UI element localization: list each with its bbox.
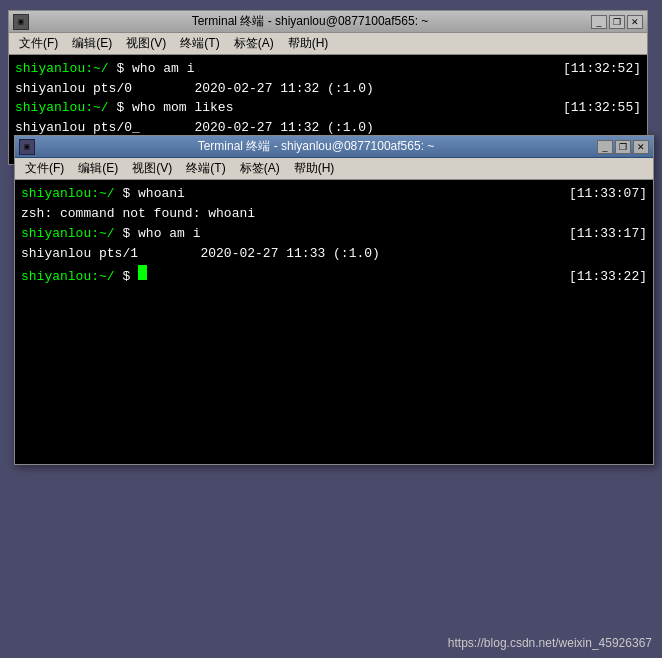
terminal-line-2c: shiyanlou:~/ $ [11:33:22] <box>21 265 647 287</box>
command-1b: who mom likes <box>132 98 233 118</box>
titlebar-1: ▣ Terminal 终端 - shiyanlou@0877100af565: … <box>9 11 647 33</box>
prompt-1b: shiyanlou:~/ <box>15 98 109 118</box>
output-1a: shiyanlou pts/0 2020-02-27 11:32 (:1.0) <box>15 79 641 99</box>
timestamp-2a: [11:33:07] <box>549 184 647 204</box>
titlebar-buttons-2: _ ❐ ✕ <box>597 140 649 154</box>
menu-file-1[interactable]: 文件(F) <box>13 33 64 54</box>
prompt-dollar-2c: $ <box>115 267 138 287</box>
prompt-dollar-1b: $ <box>109 98 132 118</box>
prompt-dollar-2b: $ <box>115 224 138 244</box>
menu-file-2[interactable]: 文件(F) <box>19 158 70 179</box>
menu-tabs-1[interactable]: 标签(A) <box>228 33 280 54</box>
cursor <box>138 265 147 280</box>
prompt-1a: shiyanlou:~/ <box>15 59 109 79</box>
titlebar-title-1: Terminal 终端 - shiyanlou@0877100af565: ~ <box>29 13 591 30</box>
menu-terminal-1[interactable]: 终端(T) <box>174 33 225 54</box>
menu-edit-2[interactable]: 编辑(E) <box>72 158 124 179</box>
menu-view-2[interactable]: 视图(V) <box>126 158 178 179</box>
close-button-1[interactable]: ✕ <box>627 15 643 29</box>
command-1a: who am i <box>132 59 194 79</box>
minimize-button-2[interactable]: _ <box>597 140 613 154</box>
terminal-body-1: shiyanlou:~/ $ who am i [11:32:52] shiya… <box>9 55 647 141</box>
restore-button-1[interactable]: ❐ <box>609 15 625 29</box>
output-2a: zsh: command not found: whoani <box>21 204 647 224</box>
terminal-line-2b: shiyanlou:~/ $ who am i [11:33:17] <box>21 224 647 244</box>
timestamp-1b: [11:32:55] <box>543 98 641 118</box>
output-2b: shiyanlou pts/1 2020-02-27 11:33 (:1.0) <box>21 244 647 264</box>
timestamp-2c: [11:33:22] <box>549 267 647 287</box>
terminal-line-1b: shiyanlou:~/ $ who mom likes [11:32:55] <box>15 98 641 118</box>
menu-terminal-2[interactable]: 终端(T) <box>180 158 231 179</box>
menubar-2: 文件(F) 编辑(E) 视图(V) 终端(T) 标签(A) 帮助(H) <box>15 158 653 180</box>
menu-view-1[interactable]: 视图(V) <box>120 33 172 54</box>
terminal-body-2: shiyanlou:~/ $ whoani [11:33:07] zsh: co… <box>15 180 653 291</box>
menubar-1: 文件(F) 编辑(E) 视图(V) 终端(T) 标签(A) 帮助(H) <box>9 33 647 55</box>
terminal-window-2[interactable]: ▣ Terminal 终端 - shiyanlou@0877100af565: … <box>14 135 654 465</box>
window-icon-1: ▣ <box>13 14 29 30</box>
close-button-2[interactable]: ✕ <box>633 140 649 154</box>
window-icon-2: ▣ <box>19 139 35 155</box>
titlebar-title-2: Terminal 终端 - shiyanlou@0877100af565: ~ <box>35 138 597 155</box>
timestamp-1a: [11:32:52] <box>543 59 641 79</box>
menu-help-1[interactable]: 帮助(H) <box>282 33 335 54</box>
watermark: https://blog.csdn.net/weixin_45926367 <box>448 636 652 650</box>
prompt-dollar-1a: $ <box>109 59 132 79</box>
menu-edit-1[interactable]: 编辑(E) <box>66 33 118 54</box>
prompt-dollar-2a: $ <box>115 184 138 204</box>
prompt-2c: shiyanlou:~/ <box>21 267 115 287</box>
restore-button-2[interactable]: ❐ <box>615 140 631 154</box>
command-2a: whoani <box>138 184 185 204</box>
terminal-line-2a: shiyanlou:~/ $ whoani [11:33:07] <box>21 184 647 204</box>
titlebar-2: ▣ Terminal 终端 - shiyanlou@0877100af565: … <box>15 136 653 158</box>
prompt-2b: shiyanlou:~/ <box>21 224 115 244</box>
timestamp-2b: [11:33:17] <box>549 224 647 244</box>
menu-help-2[interactable]: 帮助(H) <box>288 158 341 179</box>
titlebar-buttons-1: _ ❐ ✕ <box>591 15 643 29</box>
menu-tabs-2[interactable]: 标签(A) <box>234 158 286 179</box>
terminal-line-1: shiyanlou:~/ $ who am i [11:32:52] <box>15 59 641 79</box>
prompt-2a: shiyanlou:~/ <box>21 184 115 204</box>
command-2b: who am i <box>138 224 200 244</box>
minimize-button-1[interactable]: _ <box>591 15 607 29</box>
